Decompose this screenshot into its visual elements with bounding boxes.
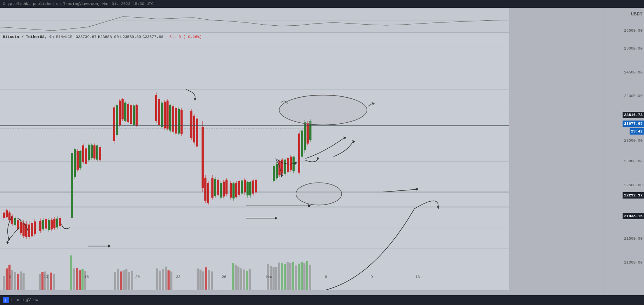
svg-rect-34 xyxy=(114,272,116,290)
svg-rect-64 xyxy=(278,262,280,290)
svg-rect-52 xyxy=(211,272,213,290)
tv-logo-icon: T xyxy=(3,297,9,303)
svg-rect-93 xyxy=(25,224,27,237)
svg-rect-147 xyxy=(124,103,126,121)
svg-rect-97 xyxy=(31,223,33,236)
svg-rect-203 xyxy=(232,183,235,198)
svg-rect-18 xyxy=(14,272,16,290)
svg-rect-113 xyxy=(56,219,58,227)
svg-rect-185 xyxy=(204,178,206,201)
main-chart: 9 13 16 20 23 26 Mar 6 9 13 xyxy=(0,41,509,290)
svg-rect-107 xyxy=(48,220,50,230)
price-axis: USDT 25500.00 25000.00 24500.00 24000.00… xyxy=(604,8,644,305)
svg-rect-163 xyxy=(164,102,166,128)
svg-rect-101 xyxy=(39,221,41,231)
svg-rect-33 xyxy=(84,271,86,290)
svg-rect-205 xyxy=(235,183,237,197)
svg-rect-127 xyxy=(85,148,87,164)
svg-rect-69 xyxy=(292,262,294,290)
svg-rect-217 xyxy=(252,181,254,194)
svg-rect-99 xyxy=(34,221,36,234)
svg-rect-66 xyxy=(284,264,286,290)
chart-symbol: Bitcoin / TetherUS, 4h xyxy=(3,35,54,39)
svg-rect-179 xyxy=(193,116,195,142)
svg-rect-55 xyxy=(237,267,239,290)
svg-rect-53 xyxy=(232,263,234,290)
svg-rect-229 xyxy=(284,160,286,174)
price-25000: 25000.00 xyxy=(624,46,643,51)
mini-chart xyxy=(0,8,509,33)
svg-rect-29 xyxy=(73,268,75,290)
svg-rect-67 xyxy=(287,262,289,290)
svg-rect-43 xyxy=(162,269,164,290)
svg-rect-215 xyxy=(249,182,251,195)
svg-rect-44 xyxy=(165,267,167,290)
svg-rect-119 xyxy=(74,149,76,177)
price-23000: 23000.00 xyxy=(624,159,643,163)
svg-rect-42 xyxy=(159,271,161,290)
svg-rect-227 xyxy=(281,160,283,173)
chart-open: O23739.87 xyxy=(75,35,96,39)
time-label-26feb: 26 xyxy=(222,275,226,279)
svg-rect-57 xyxy=(243,270,245,290)
svg-rect-219 xyxy=(255,180,257,192)
svg-rect-167 xyxy=(169,105,171,130)
chart-low: L23550.80 xyxy=(120,35,141,39)
svg-rect-37 xyxy=(123,270,125,290)
svg-rect-143 xyxy=(119,101,121,125)
svg-rect-20 xyxy=(20,272,22,290)
svg-rect-189 xyxy=(211,178,213,197)
time-label-9feb: 9 xyxy=(9,275,12,279)
svg-rect-71 xyxy=(298,264,300,290)
svg-rect-231 xyxy=(287,158,289,172)
chart-high: H23888.00 xyxy=(98,35,119,39)
svg-rect-197 xyxy=(223,182,225,196)
svg-rect-74 xyxy=(306,261,308,290)
svg-rect-171 xyxy=(175,108,177,134)
svg-rect-169 xyxy=(172,106,174,131)
svg-rect-129 xyxy=(88,145,90,161)
time-label-13feb: 13 xyxy=(44,275,48,279)
time-label-20feb: 20 xyxy=(135,275,140,279)
svg-rect-123 xyxy=(79,151,81,168)
svg-rect-139 xyxy=(113,108,115,141)
svg-rect-21 xyxy=(22,273,25,290)
svg-rect-31 xyxy=(79,270,81,290)
svg-rect-3 xyxy=(0,48,509,290)
svg-rect-54 xyxy=(235,265,237,290)
svg-rect-221 xyxy=(273,166,275,181)
price-24500: 24500.00 xyxy=(624,70,643,74)
pub-bar: CryptoMichNL published on TradingView.co… xyxy=(0,0,644,8)
svg-rect-32 xyxy=(81,269,84,290)
svg-rect-239 xyxy=(301,130,303,156)
svg-rect-46 xyxy=(170,272,172,290)
time-label-6mar: 6 xyxy=(325,275,327,279)
bottom-bar: T TradingView xyxy=(0,295,644,305)
svg-rect-85 xyxy=(14,218,16,225)
price-badge-21938: 21938.16 xyxy=(623,213,644,219)
price-24000: 24000.00 xyxy=(624,94,643,98)
svg-rect-145 xyxy=(121,99,124,119)
svg-rect-17 xyxy=(11,270,13,290)
price-22500: 22500.00 xyxy=(624,183,643,187)
svg-rect-211 xyxy=(244,180,246,192)
svg-rect-195 xyxy=(220,183,222,197)
svg-rect-56 xyxy=(240,268,242,290)
tradingview-logo: T TradingView xyxy=(3,297,38,303)
svg-rect-105 xyxy=(45,219,47,229)
time-label-9mar: 9 xyxy=(370,275,373,279)
svg-rect-153 xyxy=(133,105,135,125)
chart-change: -61.49 (-0.26%) xyxy=(165,35,202,39)
svg-rect-233 xyxy=(290,157,292,170)
svg-rect-209 xyxy=(241,181,243,194)
svg-rect-68 xyxy=(289,263,291,290)
svg-text:T: T xyxy=(4,298,6,303)
price-23500: 23500.00 xyxy=(624,138,643,143)
svg-rect-161 xyxy=(161,103,163,127)
svg-rect-157 xyxy=(155,95,157,121)
svg-rect-151 xyxy=(130,105,132,124)
chart-exchange: BINANCE xyxy=(56,35,72,39)
tv-logo-text: TradingView xyxy=(11,298,38,303)
svg-rect-191 xyxy=(214,179,216,196)
svg-rect-115 xyxy=(59,218,61,226)
